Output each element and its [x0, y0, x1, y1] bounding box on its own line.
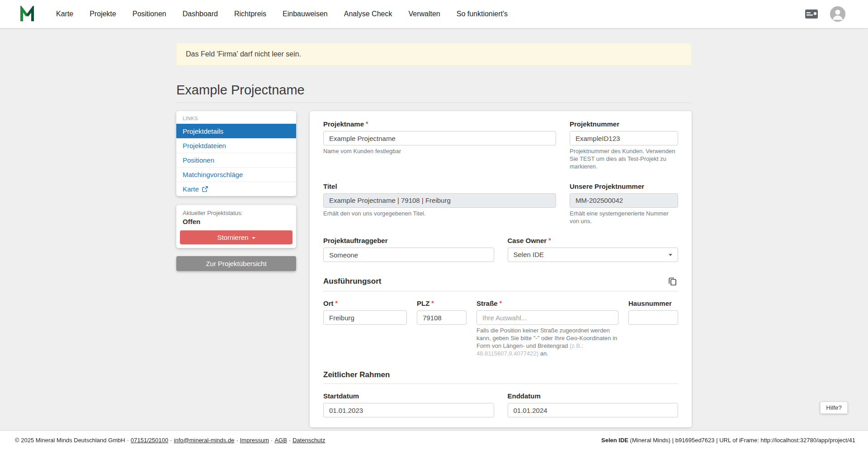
project-status-value: Offen [180, 216, 292, 230]
title-divider [176, 103, 692, 103]
strasse-input[interactable] [476, 310, 618, 325]
projektauftraggeber-group: Projektauftraggeber [323, 237, 494, 262]
label-text: Projektname [323, 120, 364, 128]
startdatum-input[interactable] [323, 403, 494, 417]
form-row-location: Ort* PLZ* Straße* Falls die Position kei… [323, 299, 678, 358]
case-owner-label: Case Owner* [508, 237, 679, 244]
case-owner-select[interactable]: Selen IDE [508, 248, 679, 262]
enddatum-group: Enddatum [508, 392, 679, 417]
footer-copyright: © 2025 Mineral Minds Deutschland GmbH [15, 437, 125, 444]
form-row-contractor-owner: Projektauftraggeber Case Owner* Selen ID… [323, 237, 678, 262]
nav-item-verwalten[interactable]: Verwalten [400, 0, 448, 28]
ort-group: Ort* [323, 299, 407, 325]
nav-item-karte[interactable]: Karte [48, 0, 81, 28]
required-asterisk: * [366, 120, 368, 127]
copy-icon[interactable] [667, 276, 678, 287]
form-row-dates: Startdatum Enddatum [323, 392, 678, 417]
footer-datenschutz-link[interactable]: Datenschutz [292, 437, 325, 444]
titel-label: Titel [323, 182, 556, 190]
projektauftraggeber-input[interactable] [323, 248, 494, 262]
titel-helper: Erhält den von uns vorgegebenen Titel. [323, 210, 556, 218]
unsere-projektnummer-input [570, 193, 678, 208]
unsere-projektnummer-label: Unsere Projektnummer [570, 182, 678, 190]
startdatum-label: Startdatum [323, 392, 494, 400]
footer-separator: · [127, 437, 129, 444]
titel-input [323, 193, 556, 208]
ort-label: Ort* [323, 299, 407, 307]
user-avatar-icon[interactable] [830, 6, 845, 22]
case-owner-selected-value: Selen IDE [514, 251, 544, 258]
links-card: LINKS Projektdetails Projektdateien Posi… [176, 111, 296, 196]
hausnummer-label: Hausnummer [628, 299, 678, 307]
unsere-projektnummer-group: Unsere Projektnummer Erhält eine systemg… [570, 182, 678, 225]
footer-email-link[interactable]: info@mineral-minds.de [174, 437, 235, 444]
nav-item-positionen[interactable]: Positionen [124, 0, 175, 28]
validation-alert: Das Feld 'Firma' darf nicht leer sein. [176, 43, 692, 65]
helper-tail: an. [538, 350, 548, 357]
stornieren-button[interactable]: Stornieren [180, 230, 292, 244]
help-button[interactable]: Hilfe? [820, 402, 848, 414]
footer-user: Selen IDE [601, 437, 628, 444]
sidebar-item-label: Projektdetails [183, 127, 223, 135]
projektname-input[interactable] [323, 131, 556, 145]
footer-agb-link[interactable]: AGB [274, 437, 287, 444]
footer-phone-link[interactable]: 07151/250100 [131, 437, 168, 444]
enddatum-input[interactable] [508, 403, 679, 417]
hausnummer-input[interactable] [628, 310, 678, 325]
projektnummer-input[interactable] [570, 131, 678, 145]
id-card-icon[interactable] [805, 9, 818, 19]
footer: © 2025 Mineral Minds Deutschland GmbH·07… [0, 431, 868, 449]
projektauftraggeber-label: Projektauftraggeber [323, 237, 494, 244]
sidebar-item-label: Karte [183, 185, 199, 193]
caret-down-icon [252, 237, 255, 239]
projektname-group: Projektname* Name vom Kunden festlegbar [323, 120, 556, 155]
zeitlicher-rahmen-divider [323, 384, 678, 384]
top-nav: Karte Projekte Positionen Dashboard Rich… [0, 0, 868, 28]
required-asterisk: * [431, 299, 434, 307]
projektnummer-group: Projektnummer Projektnummer des Kunden. … [570, 120, 678, 171]
sidebar-item-karte[interactable]: Karte [176, 182, 296, 196]
nav-item-richtpreis[interactable]: Richtpreis [226, 0, 274, 28]
strasse-helper: Falls die Position keiner Straße zugeord… [476, 327, 618, 358]
footer-separator: · [170, 437, 172, 444]
mineral-minds-logo-icon[interactable] [20, 5, 38, 23]
external-link-icon [202, 186, 208, 192]
nav-right-icons [805, 6, 845, 22]
plz-group: PLZ* [417, 299, 467, 325]
label-text: Straße [476, 299, 498, 307]
footer-left: © 2025 Mineral Minds Deutschland GmbH·07… [15, 437, 325, 444]
stornieren-label: Stornieren [217, 234, 248, 241]
label-text: Ort [323, 299, 334, 307]
sidebar-item-projektdateien[interactable]: Projektdateien [176, 138, 296, 153]
strasse-group: Straße* Falls die Position keiner Straße… [476, 299, 618, 358]
sidebar-item-positionen[interactable]: Positionen [176, 153, 296, 167]
nav-item-einbauweisen[interactable]: Einbauweisen [274, 0, 336, 28]
nav-item-dashboard[interactable]: Dashboard [175, 0, 226, 28]
ausfuehrungsort-divider [323, 291, 678, 291]
unsere-projektnummer-helper: Erhält eine systemgenerierte Nummer von … [570, 210, 678, 225]
required-asterisk: * [548, 237, 551, 244]
zur-projektuebersicht-button[interactable]: Zur Projektübersicht [176, 256, 296, 271]
ausfuehrungsort-section-head: Ausführungsort [323, 276, 678, 287]
footer-separator: · [271, 437, 273, 444]
plz-input[interactable] [417, 310, 467, 325]
sidebar-item-label: Matchingvorschläge [183, 171, 243, 178]
footer-right: Selen IDE (Mineral Minds) | b91695ed7623… [601, 437, 855, 444]
projektnummer-label: Projektnummer [570, 120, 678, 128]
footer-impressum-link[interactable]: Impressum [240, 437, 269, 444]
nav-item-so-funktionierts[interactable]: So funktioniert's [448, 0, 516, 28]
nav-item-projekte[interactable]: Projekte [81, 0, 124, 28]
layout-row: LINKS Projektdetails Projektdateien Posi… [176, 111, 692, 427]
strasse-label: Straße* [476, 299, 618, 307]
zeitlicher-rahmen-section-head: Zeitlicher Rahmen [323, 370, 678, 379]
sidebar-item-projektdetails[interactable]: Projektdetails [176, 124, 296, 138]
ort-input[interactable] [323, 310, 407, 325]
helper-main: Falls die Position keiner Straße zugeord… [476, 327, 617, 349]
sidebar-item-matchingvorschlaege[interactable]: Matchingvorschläge [176, 167, 296, 182]
nav-item-analyse-check[interactable]: Analyse Check [336, 0, 401, 28]
projektname-label: Projektname* [323, 120, 556, 128]
main-nav: Karte Projekte Positionen Dashboard Rich… [48, 0, 516, 28]
sidebar: LINKS Projektdetails Projektdateien Posi… [176, 111, 296, 271]
zeitlicher-rahmen-heading: Zeitlicher Rahmen [323, 370, 390, 379]
sidebar-item-label: Projektdateien [183, 142, 226, 150]
